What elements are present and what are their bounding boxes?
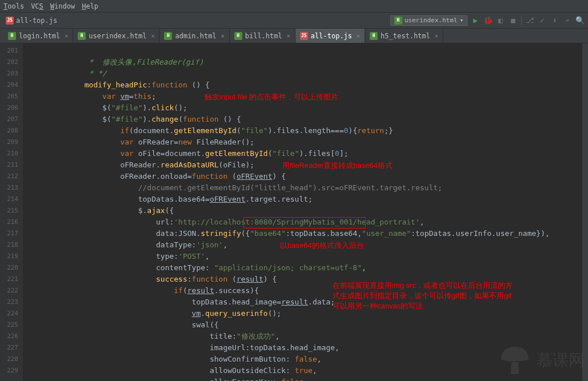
breadcrumb-file[interactable]: JS all-top.js [3,15,59,26]
annotation-1: 触发input file 的点击事件，可以上传图片 [205,91,338,103]
close-icon[interactable]: ✕ [151,33,154,39]
chevron-down-icon: ▾ [459,17,463,24]
run-icon[interactable]: ▶ [471,16,480,25]
tab-admin[interactable]: Hadmin.html✕ [159,29,229,43]
commit-icon[interactable]: ✓ [538,16,547,25]
menu-vcs[interactable]: VCS [31,2,43,10]
debug-icon[interactable]: 🐞 [483,16,493,25]
mushroom-icon [498,343,532,378]
run-config-select[interactable]: H userindex.html ▾ [390,15,467,26]
highlight-box-1 [243,217,366,228]
html-file-icon: H [394,17,402,25]
close-icon[interactable]: ✕ [357,33,360,39]
vertical-scrollbar[interactable] [582,43,588,381]
line-gutter: 201 202 203 204 205 206 207 208 209 210 … [0,43,23,381]
tab-all-top[interactable]: JSall-top.js✕ [295,29,365,43]
close-icon[interactable]: ✕ [221,33,225,39]
breadcrumb-file-label: all-top.js [16,17,57,25]
coverage-icon[interactable]: ◧ [496,16,505,25]
tab-login[interactable]: Hlogin.html✕ [3,29,73,43]
stop-icon[interactable]: ■ [509,16,518,25]
html-file-icon: H [370,32,378,40]
watermark: 慕课网 [498,343,585,378]
html-file-icon: H [8,32,16,40]
editor-tabs: Hlogin.html✕ Huserindex.html✕ Hadmin.htm… [0,29,588,43]
branch-icon[interactable]: ⎇ [525,16,534,25]
tab-userindex[interactable]: Huserindex.html✕ [73,29,159,43]
tab-h5-test[interactable]: Hh5_test.html✕ [365,29,443,43]
html-file-icon: H [78,32,86,40]
editor-area: 201 202 203 204 205 206 207 208 209 210 … [0,43,588,381]
annotation-2: 用fileReader直接转成base64格式 [282,160,393,171]
annotation-4: 在前端展现直接用img src，或者也可以在后台用流的方式生成图片到指定目录，这… [333,280,515,311]
code-editor[interactable]: * 修改头像,FileReader(gif) * */ modify_headP… [23,43,588,381]
run-config-label: userindex.html [405,17,458,24]
js-file-icon: JS [300,32,308,40]
revert-icon[interactable]: ↶ [563,16,572,25]
close-icon[interactable]: ✕ [287,33,290,39]
toolbar: JS all-top.js H userindex.html ▾ ▶ 🐞 ◧ ■… [0,13,588,29]
close-icon[interactable]: ✕ [65,33,68,39]
close-icon[interactable]: ✕ [435,33,438,39]
tab-bill[interactable]: Hbill.html✕ [230,29,295,43]
js-file-icon: JS [6,17,14,25]
annotation-3: 以base64的格式传入后台 [280,240,364,251]
search-icon[interactable]: 🔍 [575,16,585,25]
html-file-icon: H [164,32,172,40]
menu-bar: Tools VCS Window Help [0,0,588,13]
menu-window[interactable]: Window [50,2,75,10]
menu-help[interactable]: Help [82,2,98,10]
menu-tools[interactable]: Tools [3,2,24,10]
update-icon[interactable]: ⬇ [550,16,559,25]
html-file-icon: H [234,32,242,40]
